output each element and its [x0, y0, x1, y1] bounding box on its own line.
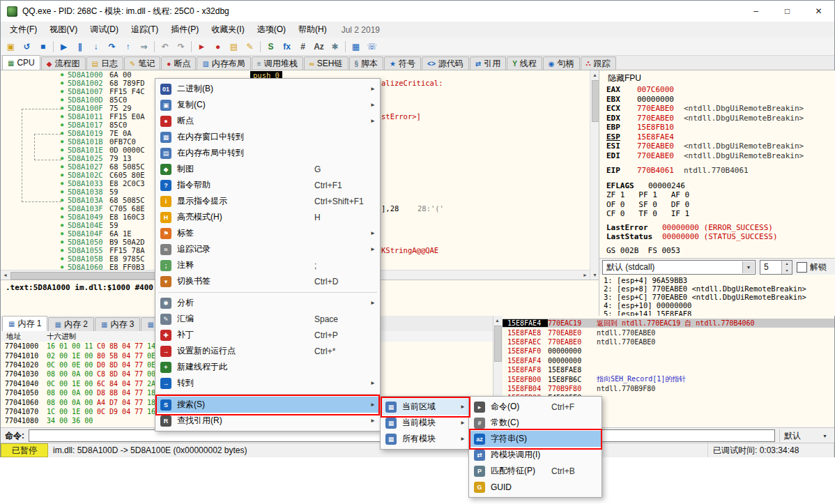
view-tab[interactable]: ∞SEH链 — [304, 56, 348, 70]
last-status-row[interactable]: LastStatus00000000 (STATUS_SUCCESS) — [606, 232, 834, 242]
stack-row[interactable]: 15E8FAEC770EABE0ntdll.770EABE0 — [503, 337, 834, 346]
menu-item[interactable]: ?指令帮助Ctrl+F1 — [155, 177, 380, 193]
argument-row[interactable]: 2: [esp+8] 770EABE0 <ntdll.DbgUiRemoteBr… — [604, 284, 831, 293]
unlock-checkbox[interactable]: 解锁 — [797, 261, 827, 273]
step-out-button[interactable]: ↑ — [120, 39, 136, 54]
step-over-button[interactable]: ↷ — [104, 39, 120, 54]
chevron-down-icon[interactable]: ▼ — [742, 261, 754, 273]
close-button[interactable]: ✕ — [803, 1, 834, 22]
register-row[interactable]: EDI770EABE0<ntdll.DbgUiRemoteBreakin> — [606, 151, 834, 161]
menu-item[interactable]: P匹配特征(P)Ctrl+B — [469, 463, 602, 479]
view-tab[interactable]: ▥内存布局 — [197, 56, 250, 70]
hide-fpu-button[interactable]: 隐藏FPU — [608, 72, 641, 84]
settings-button[interactable]: ✱ — [327, 39, 343, 54]
menu-item[interactable]: ▣复制(C)► — [155, 97, 380, 113]
menubar-item[interactable]: 调试(D) — [84, 22, 125, 38]
menu-item[interactable]: ✱分析► — [155, 295, 380, 311]
menu-item[interactable]: ●断点► — [155, 113, 380, 129]
calling-convention-select[interactable]: 默认 (stdcall) ▼ — [602, 260, 756, 275]
spin-up-icon[interactable]: ▲ — [782, 261, 792, 268]
menu-item[interactable]: ✎汇编Space — [155, 311, 380, 327]
view-tab[interactable]: Y线程 — [507, 56, 542, 70]
view-tab[interactable]: ◆流程图 — [41, 56, 86, 70]
register-row[interactable]: EBX00000000 — [606, 95, 834, 105]
view-tab[interactable]: ≡调用堆栈 — [252, 56, 303, 70]
view-tab[interactable]: ▤日志 — [86, 56, 123, 70]
dump-tab[interactable]: ▦内存 2 — [48, 317, 93, 331]
fx-button[interactable]: fx — [279, 39, 295, 54]
menubar-item[interactable]: 收藏夹(I) — [205, 22, 250, 38]
view-tab[interactable]: <>源代码 — [422, 56, 469, 70]
checkbox-icon[interactable] — [797, 262, 807, 273]
command-profile-dropdown[interactable]: 默认 ▼ — [779, 429, 832, 442]
menu-item[interactable]: ▦在内存窗口中转到 — [155, 129, 380, 145]
menubar-item[interactable]: 视图(V) — [43, 22, 84, 38]
menu-item[interactable]: i显示指令提示Ctrl+Shift+F1 — [155, 193, 380, 209]
calculator-button[interactable]: ▦ — [348, 39, 364, 54]
register-row[interactable]: ESI770EABE0<ntdll.DbgUiRemoteBreakin> — [606, 142, 834, 151]
view-tab[interactable]: ★符号 — [384, 56, 421, 70]
register-row[interactable]: EFLAGS00000246 — [606, 181, 834, 191]
maximize-button[interactable]: □ — [772, 1, 803, 22]
dump-tab[interactable]: ▦内存 1 — [2, 316, 47, 331]
menu-item[interactable]: →设置新的运行点Ctrl+* — [155, 343, 380, 359]
pause-button[interactable]: ∥ — [72, 39, 88, 54]
registers-panel[interactable]: 隐藏FPU EAX007C6000EBX00000000ECX770EABE0<… — [599, 70, 835, 316]
register-row[interactable]: EIP770B4061ntdll.770B4061 — [606, 166, 834, 176]
restart-button[interactable]: ↺ — [19, 39, 35, 54]
view-tab[interactable]: ∴跟踪 — [581, 56, 616, 70]
view-tab[interactable]: ▦CPU — [2, 55, 40, 70]
argument-row[interactable]: 5: [esp+14] 15E8FAE8 — [604, 310, 831, 316]
menubar-item[interactable]: 帮助(H) — [292, 22, 333, 38]
view-tab[interactable]: §脚本 — [349, 56, 384, 70]
stack-row[interactable]: 15E8FB04770B9F80ntdll.770B9F80 — [503, 384, 834, 393]
last-error-row[interactable]: LastError00000000 (ERROR_SUCCESS) — [606, 223, 834, 233]
stack-row[interactable]: 15E8FAF815E8FAE8 — [503, 365, 834, 374]
stack-row[interactable]: 15E8FAF400000000 — [503, 356, 834, 365]
log-button[interactable]: ▤ — [226, 39, 242, 54]
menu-item[interactable]: ▸命令(O)Ctrl+F — [469, 399, 602, 415]
menu-item[interactable]: H高亮模式(H)H — [155, 209, 380, 225]
menu-item[interactable]: S搜索(S)► — [155, 397, 380, 413]
register-row[interactable]: EDX770EABE0<ntdll.DbgUiRemoteBreakin> — [606, 114, 834, 123]
scroll-thumb[interactable] — [494, 326, 502, 362]
menu-item[interactable]: ▦当前区域► — [381, 399, 470, 415]
breakpoints-button[interactable]: ● — [210, 39, 226, 54]
font-button[interactable]: Az — [311, 39, 327, 54]
dump-tab[interactable]: ▦内存 3 — [95, 317, 140, 331]
argument-count-stepper[interactable]: 5 ▲▼ — [760, 260, 792, 275]
menu-item[interactable]: GGUID — [469, 479, 602, 495]
menu-item[interactable]: ;注释; — [155, 257, 380, 273]
register-row[interactable]: EAX007C6000 — [606, 85, 834, 95]
register-row[interactable]: ESP15E8FAE4 — [606, 132, 834, 142]
menu-item[interactable]: ≈追踪记录► — [155, 241, 380, 257]
menubar-item[interactable]: 插件(P) — [164, 22, 205, 38]
scroll-right-icon[interactable]: ► — [581, 270, 590, 280]
argument-row[interactable]: 3: [esp+C] 770EABE0 <ntdll.DbgUiRemoteBr… — [604, 293, 831, 301]
menu-item[interactable]: R查找引用(R)► — [155, 413, 380, 429]
run-button[interactable]: ▶ — [56, 39, 72, 54]
menu-item[interactable]: ⇄跨模块调用(I) — [469, 447, 602, 463]
stack-row[interactable]: 15E8FAE8770EABE0ntdll.770EABE0 — [503, 328, 834, 337]
register-row[interactable]: EBP15E8FB10 — [606, 123, 834, 132]
menubar-item[interactable]: 文件(F) — [3, 22, 43, 38]
menu-item[interactable]: az字符串(S) — [469, 431, 602, 447]
menu-item[interactable]: ▾切换书签Ctrl+D — [155, 273, 380, 289]
view-tab[interactable]: ⇄引用 — [470, 56, 506, 70]
menu-item[interactable]: +新建线程于此 — [155, 359, 380, 375]
stop-button[interactable]: ■ — [35, 39, 51, 54]
scroll-up-icon[interactable]: ▲ — [493, 316, 502, 325]
view-tab[interactable]: ●断点 — [161, 56, 196, 70]
notes-button[interactable]: ✎ — [242, 39, 258, 54]
scylla-button[interactable]: S — [263, 39, 279, 54]
menu-item[interactable]: #常数(C) — [469, 415, 602, 431]
minimize-button[interactable]: – — [740, 1, 772, 22]
forward-button[interactable]: ↷ — [173, 39, 189, 54]
hash-button[interactable]: # — [295, 39, 311, 54]
menu-item[interactable]: 01二进制(B)► — [155, 81, 380, 97]
set-origin-button[interactable]: ► — [194, 39, 210, 54]
menubar-item[interactable]: 追踪(T) — [125, 22, 164, 38]
stack-row[interactable]: 15E8FB0015E8FB6C指向SEH_Record[1]的指针 — [503, 374, 834, 383]
back-button[interactable]: ↶ — [157, 39, 173, 54]
arguments-panel[interactable]: 1: [esp+4] 96A59BB32: [esp+8] 770EABE0 <… — [599, 275, 835, 316]
